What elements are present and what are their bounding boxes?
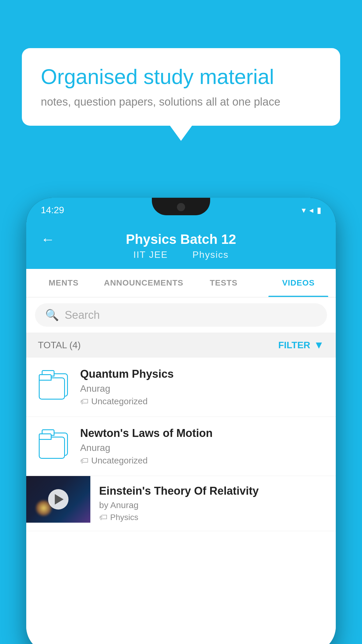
header-title: Physics Batch 12 [126, 231, 236, 247]
list-item[interactable]: Quantum Physics Anurag 🏷 Uncategorized [26, 358, 336, 417]
filter-button[interactable]: FILTER ▼ [278, 339, 324, 351]
header-subtitle-iit: IIT JEE [133, 249, 168, 260]
wifi-icon: ▾ [302, 205, 306, 215]
video-author-einstein: by Anurag [99, 500, 327, 510]
video-info-newton: Newton's Laws of Motion Anurag 🏷 Uncateg… [80, 427, 324, 466]
phone-screen: ← Physics Batch 12 IIT JEE Physics MENTS… [26, 223, 336, 644]
video-title-quantum: Quantum Physics [80, 368, 324, 380]
tab-tests[interactable]: TESTS [186, 269, 261, 297]
video-tag-newton: 🏷 Uncategorized [80, 456, 324, 466]
signal-icon: ◂ [309, 205, 313, 215]
video-info-quantum: Quantum Physics Anurag 🏷 Uncategorized [80, 368, 324, 406]
camera-dot [177, 203, 185, 211]
folder-front [39, 377, 65, 400]
video-title-einstein: Einstein's Theory Of Relativity [99, 485, 327, 497]
video-info-einstein: Einstein's Theory Of Relativity by Anura… [90, 476, 336, 531]
tab-announcements[interactable]: ANNOUNCEMENTS [101, 269, 186, 297]
header-subtitle: IIT JEE Physics [129, 249, 233, 260]
list-item[interactable]: Newton's Laws of Motion Anurag 🏷 Uncateg… [26, 417, 336, 476]
filter-label: FILTER [278, 340, 310, 351]
video-tag-einstein: 🏷 Physics [99, 512, 327, 522]
folder-front [39, 437, 65, 459]
filter-icon: ▼ [314, 339, 324, 351]
tag-icon: 🏷 [80, 397, 88, 406]
search-bar[interactable]: 🔍 Search [35, 303, 327, 327]
header-subtitle-physics: Physics [192, 249, 229, 260]
status-icons: ▾ ◂ ▮ [302, 205, 321, 215]
tag-label-einstein: Physics [110, 513, 138, 522]
video-thumbnail-einstein [26, 476, 90, 523]
status-time: 14:29 [41, 205, 64, 216]
tag-label-quantum: Uncategorized [91, 396, 147, 406]
search-placeholder: Search [65, 309, 100, 321]
bubble-subtitle: notes, question papers, solutions all at… [41, 96, 321, 108]
tab-videos[interactable]: VIDEOS [261, 269, 336, 297]
video-tag-quantum: 🏷 Uncategorized [80, 396, 324, 406]
tag-label-newton: Uncategorized [91, 456, 147, 466]
search-icon: 🔍 [45, 309, 59, 321]
filter-row: TOTAL (4) FILTER ▼ [26, 332, 336, 358]
phone-frame: 14:29 ▾ ◂ ▮ ← Physics Batch 12 IIT JEE P… [26, 198, 336, 644]
video-list: Quantum Physics Anurag 🏷 Uncategorized [26, 358, 336, 644]
app-header: ← Physics Batch 12 IIT JEE Physics [26, 223, 336, 269]
tab-ments[interactable]: MENTS [26, 269, 101, 297]
play-button-icon[interactable] [48, 489, 68, 510]
tag-icon: 🏷 [99, 512, 107, 522]
bubble-title: Organised study material [41, 64, 321, 89]
folder-thumb-newton [38, 430, 70, 462]
search-bar-container: 🔍 Search [26, 298, 336, 332]
battery-icon: ▮ [317, 205, 321, 215]
video-author-newton: Anurag [80, 442, 324, 453]
total-count-label: TOTAL (4) [38, 340, 81, 351]
tag-icon: 🏷 [80, 456, 88, 466]
folder-icon-newton [39, 433, 69, 460]
header-row: ← Physics Batch 12 [41, 231, 321, 247]
folder-thumb-quantum [38, 371, 70, 403]
speech-bubble: Organised study material notes, question… [22, 48, 340, 126]
status-bar: 14:29 ▾ ◂ ▮ [26, 198, 336, 223]
tabs-bar: MENTS ANNOUNCEMENTS TESTS VIDEOS [26, 269, 336, 298]
video-title-newton: Newton's Laws of Motion [80, 427, 324, 440]
list-item[interactable]: Einstein's Theory Of Relativity by Anura… [26, 476, 336, 531]
video-author-quantum: Anurag [80, 383, 324, 394]
back-button[interactable]: ← [41, 231, 55, 247]
folder-icon-quantum [39, 373, 69, 401]
